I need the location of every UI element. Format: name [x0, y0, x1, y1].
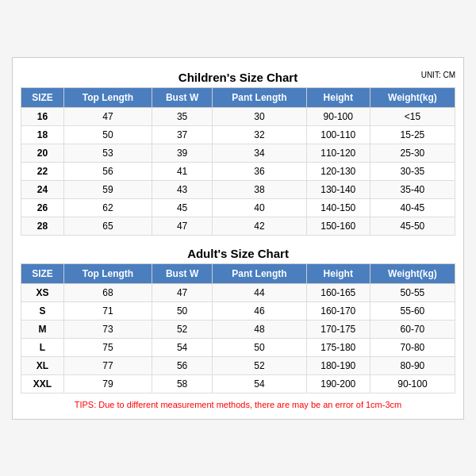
adult-size-table: SIZE Top Length Bust W Pant Length Heigh… — [21, 263, 455, 393]
adult-cell-2-3: 48 — [213, 320, 306, 338]
children-table-row: 20533934110-12025-30 — [21, 144, 455, 162]
children-cell-1-4: 100-110 — [306, 125, 370, 144]
adult-cell-2-4: 170-175 — [306, 320, 370, 338]
col-header-weight-c: Weight(kg) — [370, 87, 455, 107]
col-header-top-length-a: Top Length — [63, 263, 152, 283]
children-cell-4-4: 130-140 — [306, 180, 370, 198]
chart-container: Children's Size Chart UNIT: CM SIZE Top … — [12, 57, 464, 420]
unit-label: UNIT: CM — [421, 71, 455, 79]
adult-cell-3-4: 175-180 — [306, 338, 370, 356]
adult-cell-3-5: 70-80 — [370, 338, 455, 356]
adult-cell-4-0: XL — [21, 356, 64, 374]
adult-cell-1-3: 46 — [213, 301, 306, 320]
children-cell-0-5: <15 — [370, 107, 455, 125]
adult-cell-1-5: 55-60 — [370, 301, 455, 320]
col-header-size-c: SIZE — [21, 87, 64, 107]
adult-cell-1-0: S — [21, 301, 64, 320]
adult-cell-0-4: 160-165 — [306, 283, 370, 301]
children-section-title: Children's Size Chart UNIT: CM — [21, 66, 455, 87]
children-cell-4-3: 38 — [213, 180, 306, 198]
adult-title-text: Adult's Size Chart — [187, 247, 289, 260]
children-cell-3-5: 30-35 — [370, 162, 455, 180]
adult-cell-1-4: 160-170 — [306, 301, 370, 320]
children-cell-0-1: 47 — [63, 107, 152, 125]
children-table-row: 24594338130-14035-40 — [21, 180, 455, 198]
children-cell-2-1: 53 — [63, 144, 152, 162]
adult-cell-5-0: XXL — [21, 374, 64, 393]
col-header-bust-w-a: Bust W — [152, 263, 213, 283]
section-divider — [21, 236, 455, 242]
adult-table-row: XXL795854190-20090-100 — [21, 374, 455, 393]
adult-cell-5-5: 90-100 — [370, 374, 455, 393]
children-cell-0-4: 90-100 — [306, 107, 370, 125]
children-cell-1-1: 50 — [63, 125, 152, 144]
adult-cell-0-3: 44 — [213, 283, 306, 301]
adult-cell-5-3: 54 — [213, 374, 306, 393]
children-cell-6-3: 42 — [213, 217, 306, 235]
adult-cell-4-2: 56 — [152, 356, 213, 374]
children-cell-1-2: 37 — [152, 125, 213, 144]
col-header-weight-a: Weight(kg) — [370, 263, 455, 283]
col-header-size-a: SIZE — [21, 263, 64, 283]
col-header-height-a: Height — [306, 263, 370, 283]
children-cell-2-5: 25-30 — [370, 144, 455, 162]
adult-cell-3-1: 75 — [63, 338, 152, 356]
children-table-row: 18503732100-11015-25 — [21, 125, 455, 144]
children-cell-3-4: 120-130 — [306, 162, 370, 180]
adult-cell-0-1: 68 — [63, 283, 152, 301]
adult-table-row: M735248170-17560-70 — [21, 320, 455, 338]
adult-cell-3-0: L — [21, 338, 64, 356]
children-cell-6-2: 47 — [152, 217, 213, 235]
children-cell-5-4: 140-150 — [306, 198, 370, 217]
children-title-text: Children's Size Chart — [178, 71, 298, 84]
col-header-height-c: Height — [306, 87, 370, 107]
col-header-pant-length-a: Pant Length — [213, 263, 306, 283]
col-header-pant-length-c: Pant Length — [213, 87, 306, 107]
children-cell-4-0: 24 — [21, 180, 64, 198]
children-cell-1-3: 32 — [213, 125, 306, 144]
adult-cell-5-1: 79 — [63, 374, 152, 393]
children-cell-4-1: 59 — [63, 180, 152, 198]
adult-cell-5-4: 190-200 — [306, 374, 370, 393]
children-cell-5-0: 26 — [21, 198, 64, 217]
children-cell-4-5: 35-40 — [370, 180, 455, 198]
children-cell-0-0: 16 — [21, 107, 64, 125]
children-cell-3-1: 56 — [63, 162, 152, 180]
col-header-top-length-c: Top Length — [63, 87, 152, 107]
children-cell-6-4: 150-160 — [306, 217, 370, 235]
children-cell-2-3: 34 — [213, 144, 306, 162]
children-cell-0-3: 30 — [213, 107, 306, 125]
tips-text: TIPS: Due to different measurement metho… — [21, 398, 455, 411]
adult-table-row: XL775652180-19080-90 — [21, 356, 455, 374]
children-cell-4-2: 43 — [152, 180, 213, 198]
adult-header-row: SIZE Top Length Bust W Pant Length Heigh… — [21, 263, 455, 283]
children-cell-2-2: 39 — [152, 144, 213, 162]
children-cell-3-3: 36 — [213, 162, 306, 180]
col-header-bust-w-c: Bust W — [152, 87, 213, 107]
children-cell-3-2: 41 — [152, 162, 213, 180]
children-cell-2-0: 20 — [21, 144, 64, 162]
children-cell-6-1: 65 — [63, 217, 152, 235]
adult-cell-3-2: 54 — [152, 338, 213, 356]
children-cell-6-0: 28 — [21, 217, 64, 235]
children-cell-2-4: 110-120 — [306, 144, 370, 162]
children-cell-1-5: 15-25 — [370, 125, 455, 144]
adult-cell-1-1: 71 — [63, 301, 152, 320]
children-table-row: 1647353090-100<15 — [21, 107, 455, 125]
children-table-row: 26624540140-15040-45 — [21, 198, 455, 217]
adult-cell-0-2: 47 — [152, 283, 213, 301]
adult-cell-4-3: 52 — [213, 356, 306, 374]
adult-table-row: S715046160-17055-60 — [21, 301, 455, 320]
children-cell-0-2: 35 — [152, 107, 213, 125]
adult-cell-0-0: XS — [21, 283, 64, 301]
adult-cell-4-5: 80-90 — [370, 356, 455, 374]
children-cell-5-3: 40 — [213, 198, 306, 217]
adult-cell-1-2: 50 — [152, 301, 213, 320]
adult-cell-2-1: 73 — [63, 320, 152, 338]
children-size-table: SIZE Top Length Bust W Pant Length Heigh… — [21, 87, 455, 236]
children-cell-5-2: 45 — [152, 198, 213, 217]
adult-cell-2-5: 60-70 — [370, 320, 455, 338]
adult-cell-4-4: 180-190 — [306, 356, 370, 374]
children-cell-3-0: 22 — [21, 162, 64, 180]
adult-cell-0-5: 50-55 — [370, 283, 455, 301]
